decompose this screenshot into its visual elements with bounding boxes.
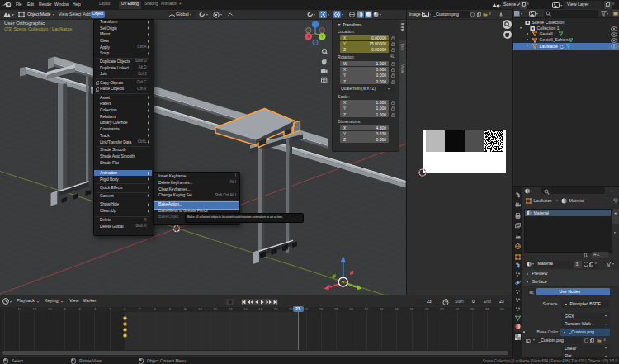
svg-text:Y: Y [321, 35, 324, 39]
svg-text:X: X [307, 35, 310, 39]
